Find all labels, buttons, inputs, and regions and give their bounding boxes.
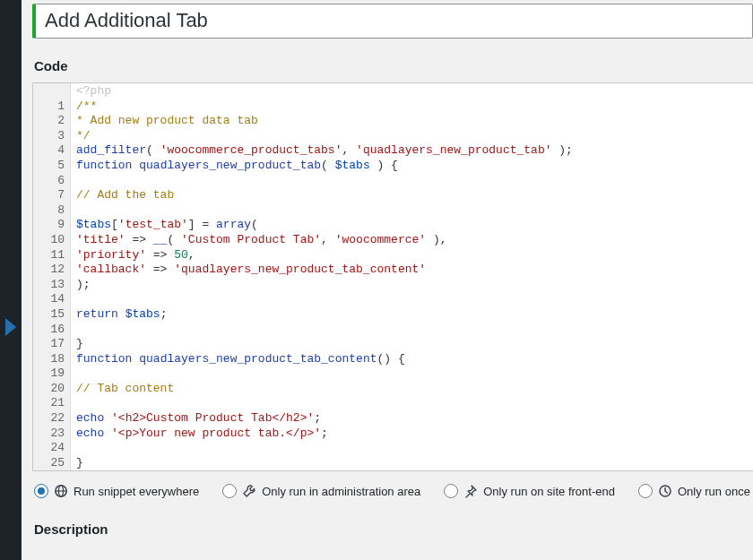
line-content[interactable] — [71, 292, 753, 307]
code-line[interactable]: 8 — [33, 203, 753, 219]
pin-icon — [463, 484, 478, 498]
line-content[interactable]: // Add the tab — [71, 188, 753, 203]
code-line[interactable]: 9$tabs['test_tab'] = array( — [33, 218, 753, 233]
line-content[interactable] — [71, 174, 753, 189]
line-content[interactable]: // Tab content — [71, 382, 753, 397]
code-line[interactable]: 25} — [33, 456, 753, 471]
line-number: 8 — [33, 203, 71, 219]
code-line[interactable]: 3*/ — [33, 129, 753, 144]
line-number: 24 — [33, 441, 71, 456]
code-line[interactable]: 19 — [33, 366, 753, 382]
radio-indicator[interactable] — [444, 484, 458, 498]
line-content[interactable] — [71, 366, 753, 382]
line-content[interactable]: function quadlayers_new_product_tab_cont… — [71, 352, 753, 367]
line-number: 22 — [33, 411, 71, 426]
line-number: 9 — [33, 218, 71, 233]
line-content[interactable] — [71, 323, 753, 338]
line-number: 12 — [33, 263, 71, 278]
description-section-heading: Description — [34, 521, 753, 537]
line-content[interactable] — [71, 396, 753, 411]
line-number: 1 — [33, 99, 71, 115]
line-number: 15 — [33, 307, 71, 323]
run-option-label: Only run once — [678, 485, 750, 498]
code-line[interactable]: 10'title' => __( 'Custom Product Tab', '… — [33, 233, 753, 248]
line-content[interactable]: 'priority' => 50, — [71, 248, 753, 263]
line-content[interactable]: /** — [71, 99, 753, 115]
line-number: 14 — [33, 292, 71, 307]
line-content[interactable]: } — [71, 337, 753, 352]
line-number: 20 — [33, 382, 71, 397]
line-number: 17 — [33, 337, 71, 352]
code-line[interactable]: 12'callback' => 'quadlayers_new_product_… — [33, 263, 753, 278]
code-line[interactable]: 18function quadlayers_new_product_tab_co… — [33, 352, 753, 367]
code-line[interactable]: 13); — [33, 278, 753, 293]
line-content[interactable]: } — [71, 456, 753, 471]
line-content[interactable]: return $tabs; — [71, 307, 753, 323]
line-number: 16 — [33, 323, 71, 338]
code-line[interactable]: 20// Tab content — [33, 382, 753, 397]
globe-icon — [54, 484, 68, 498]
line-number: 13 — [33, 278, 71, 293]
line-content[interactable]: * Add new product data tab — [71, 114, 753, 129]
radio-indicator[interactable] — [638, 484, 653, 498]
run-option-everywhere[interactable]: Run snippet everywhere — [34, 484, 199, 498]
run-option-admin[interactable]: Only run in administration area — [222, 484, 420, 498]
line-content[interactable] — [71, 203, 753, 219]
run-option-label: Only run in administration area — [262, 485, 420, 498]
main-content: Code <?php 1/**2* Add new product data t… — [22, 0, 753, 560]
line-content[interactable]: add_filter( 'woocommerce_product_tabs', … — [71, 143, 753, 159]
wrench-icon — [242, 484, 256, 498]
line-content[interactable]: ); — [71, 278, 753, 293]
run-scope-options: Run snippet everywhereOnly run in admini… — [32, 471, 753, 502]
code-line[interactable]: 24 — [33, 441, 753, 456]
run-option-label: Run snippet everywhere — [74, 485, 199, 498]
line-content[interactable]: */ — [71, 129, 753, 144]
line-content[interactable]: 'title' => __( 'Custom Product Tab', 'wo… — [71, 233, 753, 248]
code-editor[interactable]: <?php 1/**2* Add new product data tab3*/… — [32, 82, 753, 472]
line-content[interactable]: 'callback' => 'quadlayers_new_product_ta… — [71, 263, 753, 278]
run-option-label: Only run on site front-end — [483, 485, 615, 498]
radio-indicator[interactable] — [222, 484, 237, 498]
code-line[interactable]: 23echo '<p>Your new product tab.</p>'; — [33, 426, 753, 442]
run-option-once[interactable]: Only run once — [638, 484, 750, 498]
admin-sidebar-collapsed — [0, 0, 22, 560]
code-line[interactable]: 4add_filter( 'woocommerce_product_tabs',… — [33, 143, 753, 159]
line-number: 18 — [33, 352, 71, 367]
code-line[interactable]: 15return $tabs; — [33, 307, 753, 323]
line-number: 6 — [33, 174, 71, 189]
line-number: 5 — [33, 159, 71, 174]
line-content[interactable]: echo '<h2>Custom Product Tab</h2>'; — [71, 411, 753, 426]
radio-indicator[interactable] — [34, 484, 48, 498]
line-content[interactable]: function quadlayers_new_product_tab( $ta… — [71, 159, 753, 174]
run-option-frontend[interactable]: Only run on site front-end — [444, 484, 615, 498]
code-line[interactable]: 22echo '<h2>Custom Product Tab</h2>'; — [33, 411, 753, 426]
code-line[interactable]: 1/** — [33, 99, 753, 115]
code-line[interactable]: 17} — [33, 337, 753, 352]
snippet-title-input[interactable] — [32, 4, 753, 39]
line-number: 25 — [33, 456, 71, 471]
line-content[interactable]: echo '<p>Your new product tab.</p>'; — [71, 426, 753, 442]
code-section-heading: Code — [34, 58, 753, 73]
line-number: 11 — [33, 248, 71, 263]
line-number: 23 — [33, 426, 71, 442]
code-line[interactable]: 21 — [33, 396, 753, 411]
code-line[interactable]: 2* Add new product data tab — [33, 114, 753, 129]
line-number: 7 — [33, 188, 71, 203]
code-line[interactable]: 14 — [33, 292, 753, 307]
line-number: 19 — [33, 366, 71, 382]
gutter-blank — [33, 83, 71, 99]
code-line[interactable]: 6 — [33, 174, 753, 189]
sidebar-expand-handle[interactable] — [5, 318, 16, 336]
code-line[interactable]: 5function quadlayers_new_product_tab( $t… — [33, 159, 753, 174]
clock-icon — [658, 484, 672, 498]
line-number: 2 — [33, 114, 71, 129]
code-line[interactable]: 16 — [33, 323, 753, 338]
code-line[interactable]: 11'priority' => 50, — [33, 248, 753, 263]
code-line[interactable]: 7// Add the tab — [33, 188, 753, 203]
php-open-tag: <?php — [71, 83, 117, 99]
line-number: 10 — [33, 233, 71, 248]
line-content[interactable] — [71, 441, 753, 456]
line-content[interactable]: $tabs['test_tab'] = array( — [71, 218, 753, 233]
line-number: 21 — [33, 396, 71, 411]
line-number: 4 — [33, 143, 71, 159]
